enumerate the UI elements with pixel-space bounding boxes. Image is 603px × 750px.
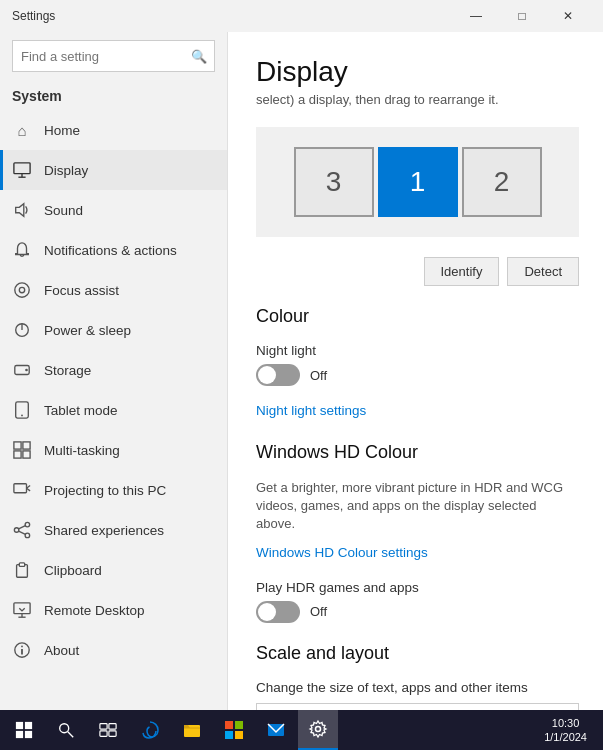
night-light-setting: Night light Off [256,343,579,386]
sidebar-item-home[interactable]: ⌂ Home [0,110,227,150]
taskbar-edge[interactable] [130,710,170,750]
display-icon [12,160,32,180]
close-button[interactable]: ✕ [545,0,591,32]
taskbar-apps [130,710,534,750]
scale-section-title: Scale and layout [256,643,579,664]
sidebar-item-about[interactable]: About [0,630,227,670]
sidebar-item-multitasking[interactable]: Multi-tasking [0,430,227,470]
svg-point-9 [25,369,28,372]
identify-button[interactable]: Identify [424,257,500,286]
page-title: Display [256,56,579,88]
app-container: 🔍 System ⌂ Home Display Sound Noti [0,32,603,710]
svg-rect-46 [235,731,243,739]
search-container: 🔍 [12,40,215,72]
svg-point-21 [25,533,30,538]
svg-point-4 [15,283,29,297]
sidebar-item-power-sleep[interactable]: Power & sleep [0,310,227,350]
svg-point-19 [14,528,19,533]
svg-rect-16 [14,484,27,493]
tablet-icon [12,400,32,420]
play-hdr-label: Play HDR games and apps [256,580,579,595]
svg-rect-14 [14,451,21,458]
sidebar-item-focus-assist[interactable]: Focus assist [0,270,227,310]
svg-marker-3 [16,204,24,217]
notifications-icon [12,240,32,260]
monitor-3[interactable]: 3 [294,147,374,217]
sidebar-item-shared-experiences[interactable]: Shared experiences [0,510,227,550]
taskbar-mail[interactable] [256,710,296,750]
taskbar-right: 10:30 1/1/2024 [536,710,595,750]
monitor-2[interactable]: 2 [462,147,542,217]
page-subtitle: select) a display, then drag to rearrang… [256,92,579,107]
projecting-icon [12,480,32,500]
svg-point-5 [19,287,24,292]
sidebar: 🔍 System ⌂ Home Display Sound Noti [0,32,228,710]
night-light-toggle[interactable] [256,364,300,386]
svg-rect-15 [23,451,30,458]
sidebar-item-tablet-mode[interactable]: Tablet mode [0,390,227,430]
play-hdr-toggle[interactable] [256,601,300,623]
sidebar-label-display: Display [44,163,88,178]
sidebar-label-remote: Remote Desktop [44,603,145,618]
minimize-button[interactable]: — [453,0,499,32]
taskbar-settings[interactable] [298,710,338,750]
night-light-settings-link[interactable]: Night light settings [256,403,366,418]
sidebar-label-clipboard: Clipboard [44,563,102,578]
display-preview: 3 1 2 [256,127,579,237]
play-hdr-toggle-row: Off [256,601,579,623]
task-view-button[interactable] [88,710,128,750]
svg-rect-12 [14,442,21,449]
svg-rect-13 [23,442,30,449]
sound-icon [12,200,32,220]
search-input[interactable] [12,40,215,72]
taskbar-store[interactable] [214,710,254,750]
focus-assist-icon [12,280,32,300]
sidebar-section-title: System [0,80,227,110]
start-button[interactable] [4,710,44,750]
svg-rect-40 [100,731,107,736]
sidebar-item-display[interactable]: Display [0,150,227,190]
remote-desktop-icon [12,600,32,620]
svg-line-22 [19,526,26,529]
search-button[interactable] [46,710,86,750]
night-light-state: Off [310,368,327,383]
multitasking-icon [12,440,32,460]
taskbar-clock[interactable]: 10:30 1/1/2024 [536,710,595,750]
scale-dropdown[interactable]: 100% 125% 150% 175% [256,703,579,710]
sidebar-item-sound[interactable]: Sound [0,190,227,230]
sidebar-label-notifications: Notifications & actions [44,243,177,258]
sidebar-item-clipboard[interactable]: Clipboard [0,550,227,590]
sidebar-item-projecting[interactable]: Projecting to this PC [0,470,227,510]
hd-colour-description: Get a brighter, more vibrant picture in … [256,479,579,534]
play-hdr-state: Off [310,604,327,619]
maximize-button[interactable]: □ [499,0,545,32]
storage-icon [12,360,32,380]
night-light-label: Night light [256,343,579,358]
clipboard-icon [12,560,32,580]
title-bar: Settings — □ ✕ [0,0,603,32]
svg-rect-33 [25,722,32,729]
title-bar-left: Settings [12,9,55,23]
detect-button[interactable]: Detect [507,257,579,286]
sidebar-label-tablet: Tablet mode [44,403,118,418]
svg-line-37 [68,732,73,737]
sidebar-item-storage[interactable]: Storage [0,350,227,390]
svg-rect-26 [14,603,30,614]
sidebar-item-remote-desktop[interactable]: Remote Desktop [0,590,227,630]
svg-point-20 [25,522,30,527]
svg-rect-0 [14,163,30,174]
sidebar-item-notifications[interactable]: Notifications & actions [0,230,227,270]
power-icon [12,320,32,340]
hd-colour-settings-link[interactable]: Windows HD Colour settings [256,545,428,560]
taskbar-explorer[interactable] [172,710,212,750]
hd-colour-section-title: Windows HD Colour [256,442,579,463]
svg-rect-44 [235,721,243,729]
svg-point-48 [316,727,321,732]
display-actions: Identify Detect [256,257,579,286]
monitor-1[interactable]: 1 [378,147,458,217]
shared-icon [12,520,32,540]
svg-rect-38 [100,724,107,729]
svg-rect-32 [16,722,23,729]
home-icon: ⌂ [12,120,32,140]
scale-description: Change the size of text, apps and other … [256,680,579,695]
